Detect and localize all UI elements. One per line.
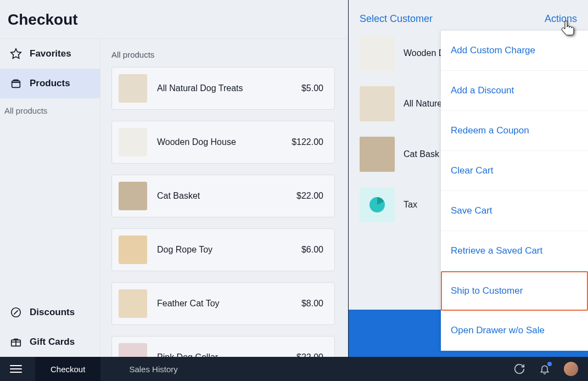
sidebar-item-label: Discounts bbox=[30, 307, 75, 318]
svg-rect-0 bbox=[12, 81, 20, 87]
actions-menu: Add Custom ChargeAdd a DiscountRedeem a … bbox=[441, 31, 588, 351]
avatar[interactable] bbox=[564, 362, 578, 376]
product-name: Pink Dog Collar bbox=[157, 352, 287, 357]
product-thumbnail bbox=[119, 236, 147, 264]
actions-menu-item[interactable]: Clear Cart bbox=[441, 151, 588, 191]
cart-thumbnail bbox=[360, 86, 395, 121]
product-card[interactable]: Wooden Dog House$122.00 bbox=[111, 121, 335, 164]
actions-menu-item[interactable]: Save Cart bbox=[441, 191, 588, 231]
pie-icon bbox=[360, 187, 395, 222]
sidebar-item-gift-cards[interactable]: Gift Cards bbox=[0, 327, 100, 357]
page-title: Checkout bbox=[0, 0, 348, 39]
product-thumbnail bbox=[119, 343, 147, 357]
cart-panel: Select Customer Actions Wooden DAll Natu… bbox=[349, 0, 588, 357]
product-price: $22.00 bbox=[296, 352, 323, 357]
sync-icon[interactable] bbox=[513, 363, 525, 375]
actions-menu-item[interactable]: Redeem a Coupon bbox=[441, 111, 588, 151]
menu-icon[interactable] bbox=[10, 365, 22, 373]
sidebar: Favorites Products All products Discount… bbox=[0, 39, 100, 357]
product-price: $8.00 bbox=[301, 299, 323, 309]
product-name: Dog Rope Toy bbox=[157, 245, 292, 255]
gift-icon bbox=[10, 336, 22, 348]
product-card[interactable]: Cat Basket$22.00 bbox=[111, 175, 335, 217]
product-name: All Natural Dog Treats bbox=[157, 83, 292, 93]
product-name: Feather Cat Toy bbox=[157, 299, 292, 309]
actions-menu-item[interactable]: Add a Discount bbox=[441, 71, 588, 111]
cart-item-name: All Nature bbox=[404, 99, 442, 109]
cart-item-name: Wooden D bbox=[404, 48, 445, 58]
cart-thumbnail bbox=[360, 36, 395, 71]
sidebar-item-label: Gift Cards bbox=[30, 337, 75, 348]
cursor-hand-icon bbox=[561, 20, 576, 41]
actions-menu-item[interactable]: Open Drawer w/o Sale bbox=[441, 311, 588, 351]
product-thumbnail bbox=[119, 74, 147, 103]
sidebar-item-products[interactable]: Products bbox=[0, 69, 100, 98]
cart-thumbnail bbox=[360, 137, 395, 172]
product-price: $22.00 bbox=[296, 191, 323, 201]
bell-icon[interactable] bbox=[539, 363, 551, 375]
product-list-heading: All products bbox=[111, 50, 335, 59]
tab-sales-history[interactable]: Sales History bbox=[114, 357, 193, 381]
product-card[interactable]: All Natural Dog Treats$5.00 bbox=[111, 67, 335, 110]
product-card[interactable]: Pink Dog Collar$22.00 bbox=[111, 336, 335, 357]
product-thumbnail bbox=[119, 128, 147, 156]
actions-menu-item[interactable]: Ship to Customer bbox=[441, 271, 588, 311]
product-price: $5.00 bbox=[301, 83, 323, 93]
star-icon bbox=[10, 48, 22, 60]
tab-checkout[interactable]: Checkout bbox=[35, 357, 100, 381]
tax-label: Tax bbox=[404, 200, 417, 210]
product-price: $6.00 bbox=[301, 245, 323, 255]
sidebar-item-discounts[interactable]: Discounts bbox=[0, 298, 100, 327]
actions-menu-item[interactable]: Retrieve a Saved Cart bbox=[441, 231, 588, 271]
select-customer-link[interactable]: Select Customer bbox=[360, 13, 433, 25]
product-card[interactable]: Feather Cat Toy$8.00 bbox=[111, 282, 335, 325]
product-name: Wooden Dog House bbox=[157, 137, 282, 147]
product-thumbnail bbox=[119, 289, 147, 318]
product-thumbnail bbox=[119, 182, 147, 210]
product-name: Cat Basket bbox=[157, 191, 287, 201]
product-list: All products All Natural Dog Treats$5.00… bbox=[100, 39, 348, 357]
sidebar-item-label: Products bbox=[30, 78, 70, 89]
products-icon bbox=[10, 77, 22, 89]
percent-icon bbox=[10, 306, 22, 318]
sidebar-item-favorites[interactable]: Favorites bbox=[0, 39, 100, 69]
sidebar-item-label: Favorites bbox=[30, 48, 71, 59]
sidebar-sub-all-products[interactable]: All products bbox=[0, 98, 100, 123]
sidebar-spacer bbox=[0, 123, 100, 298]
cart-item-name: Cat Bask bbox=[404, 149, 439, 159]
product-price: $122.00 bbox=[292, 137, 323, 147]
bottom-bar: Checkout Sales History bbox=[0, 357, 588, 381]
product-card[interactable]: Dog Rope Toy$6.00 bbox=[111, 228, 335, 271]
